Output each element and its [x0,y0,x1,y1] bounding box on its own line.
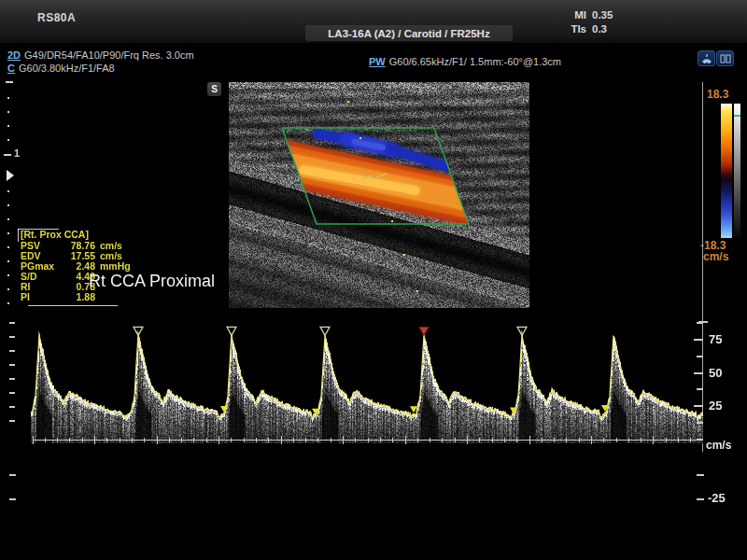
header-bar: RS80A LA3-16A (A2) / Carotid / FR25Hz MI… [0,0,747,45]
probe-icon[interactable] [698,50,715,66]
spectral-doppler [0,311,747,511]
probe-preset-label: LA3-16A (A2) / Carotid / FR25Hz [328,28,489,39]
orientation-marker: S [207,82,221,96]
panel-frame-left [18,229,19,242]
dual-live-icon[interactable] [716,50,734,66]
b-mode-text: G49/DR54/FA10/P90/Frq Res. 3.0cm [24,49,194,61]
depth-marker-label: 1 [14,147,20,159]
probe-preset-button[interactable]: LA3-16A (A2) / Carotid / FR25Hz [305,25,513,41]
tis-value: 0.3 [592,23,607,35]
measurement-panel: [Rt. Prox CCA] PSV78.76cm/s EDV17.55cm/s… [21,230,131,302]
ultrasound-screen: RS80A LA3-16A (A2) / Carotid / FR25Hz MI… [0,0,747,560]
b-mode-tag[interactable]: 2D [7,49,21,61]
pw-mode-tag[interactable]: PW [369,56,386,67]
measurement-row-pi: PI1.88 [21,292,131,302]
pw-mode-text: G60/6.65kHz/F1/ 1.5mm:-60°@1.3cm [389,56,561,67]
measurement-title: [Rt. Prox CCA] [21,230,131,240]
color-mode-tag[interactable]: C [7,63,15,74]
panel-frame-bottom [28,305,118,306]
velocity-unit: cm/s [706,439,731,452]
grayscale-bar [734,104,740,238]
b-mode-params: 2DG49/DR54/FA10/P90/Frq Res. 3.0cm [7,49,194,61]
mi-indicator: MI0.35 [560,9,635,21]
color-scale-unit: cm/s [703,250,728,263]
color-mode-params: CG60/3.80kHz/F1/FA8 [7,63,115,74]
annotation-text[interactable]: Rt CCA Proximal [89,272,215,291]
grayscale-marker [734,115,740,117]
color-mode-text: G60/3.80kHz/F1/FA8 [19,63,115,74]
velocity-tick-75: 75 [709,332,722,346]
mi-value: 0.35 [592,9,613,21]
velocity-tick-50: 50 [709,366,722,380]
mi-label: MI [560,9,586,21]
tis-label: TIs [560,23,586,35]
color-scale-max: 18.3 [707,88,728,101]
color-doppler-bar [721,104,732,238]
tis-indicator: TIs0.3 [560,23,635,35]
pw-mode-params: PWG60/6.65kHz/F1/ 1.5mm:-60°@1.3cm [369,56,561,67]
velocity-tick-25: 25 [709,399,722,413]
velocity-tick-neg25: -25 [708,491,726,505]
system-model-label: RS80A [37,11,76,24]
bmode-image [229,82,529,308]
